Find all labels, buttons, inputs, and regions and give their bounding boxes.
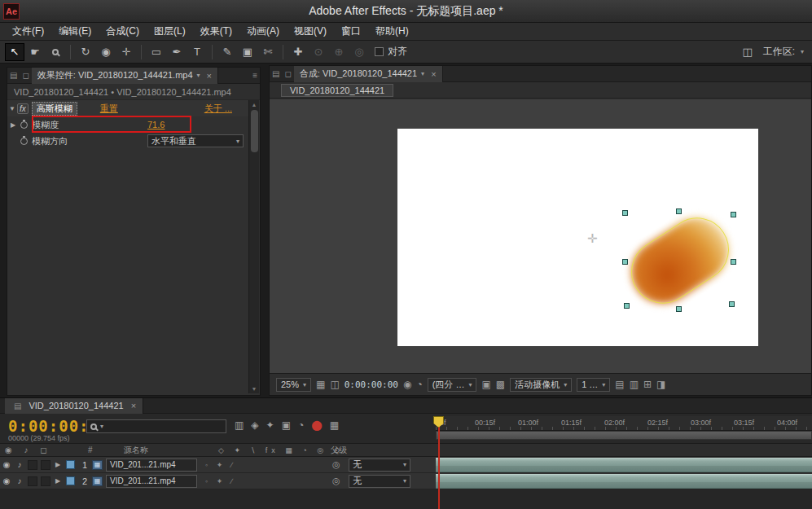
live-update-icon[interactable]: ⬤ <box>311 419 322 431</box>
layer-row-2[interactable]: ◉ ♪ ▶ 2 ▦ VID_201...21.mp4 ◦ ✦ ∕ ◎ 无 ▾ <box>0 473 812 489</box>
menu-view[interactable]: 视图(V) <box>287 24 334 38</box>
hand-tool-icon[interactable]: ☛ <box>25 43 45 61</box>
time-ruler[interactable]: 0f 00:15f 01:00f 01:15f 02:00f 02:15f 03… <box>436 416 812 431</box>
selection-tool-icon[interactable]: ↖ <box>5 43 24 61</box>
selection-handle-br[interactable] <box>729 301 735 307</box>
parent-pickwhip-icon[interactable]: ◎ <box>332 476 340 486</box>
effect-row[interactable]: ▼ fx 高斯模糊 重置 关于 ... <box>7 100 260 116</box>
menu-window[interactable]: 窗口 <box>334 24 368 38</box>
menu-animation[interactable]: 动画(A) <box>239 24 287 38</box>
solo-toggle[interactable] <box>28 460 37 470</box>
expander-triangle-icon[interactable]: ▶ <box>52 461 64 468</box>
snap-checkbox[interactable] <box>375 47 384 56</box>
viewer-tab[interactable]: VID_20180120_144421 <box>281 84 393 97</box>
region-of-interest-icon[interactable]: ▣ <box>481 379 490 390</box>
close-icon[interactable]: × <box>207 71 212 81</box>
workspace-icon[interactable]: ◫ <box>738 43 757 61</box>
workspace-label[interactable]: 工作区: <box>763 45 795 59</box>
parent-pickwhip-icon[interactable]: ◎ <box>332 459 340 470</box>
param-row-blurriness[interactable]: ▶ 模糊度 71.6 <box>7 116 260 133</box>
param-blur-value[interactable]: 71.6 <box>147 120 165 129</box>
fast-preview-icon[interactable]: ▥ <box>630 379 639 390</box>
eraser-tool-icon[interactable]: ✄ <box>258 43 278 61</box>
layer-duration-bar[interactable] <box>436 458 812 472</box>
brush-tool-icon[interactable]: ✎ <box>217 43 237 61</box>
blur-direction-select[interactable]: 水平和垂直 ▾ <box>147 134 244 147</box>
transparency-grid-icon[interactable]: ▩ <box>496 379 505 390</box>
mask-outline[interactable] <box>619 205 741 315</box>
parent-column-header[interactable]: 父级 <box>331 445 347 456</box>
selection-handle-ml[interactable] <box>622 259 628 265</box>
puppet-overlap-tool-icon[interactable]: ⊕ <box>329 43 349 61</box>
menu-file[interactable]: 文件(F) <box>5 24 51 38</box>
layer-duration-bar[interactable] <box>436 474 812 489</box>
selection-handle-bm[interactable] <box>676 306 682 312</box>
panel-menu-icon[interactable]: ≡ <box>252 71 257 80</box>
solo-toggle[interactable] <box>28 476 37 486</box>
selection-handle-tm[interactable] <box>676 208 682 214</box>
composition-tab[interactable]: 合成: VID_20180120_144421 ▾ × <box>294 66 443 82</box>
close-icon[interactable]: × <box>131 401 136 410</box>
frame-blend-icon[interactable]: ▣ <box>282 419 291 431</box>
selection-handle-tl[interactable] <box>622 210 628 216</box>
layer-name[interactable]: VID_201...21.mp4 <box>106 459 197 472</box>
lock-toggle[interactable] <box>41 476 50 486</box>
menu-layer[interactable]: 图层(L) <box>147 24 193 38</box>
pan-behind-tool-icon[interactable]: ✛ <box>116 43 136 61</box>
pixel-aspect-icon[interactable]: ▤ <box>615 379 624 390</box>
expander-triangle-icon[interactable]: ▶ <box>52 477 64 485</box>
composition-mini-flowchart-icon[interactable]: ▥ <box>235 419 244 431</box>
mask-visibility-icon[interactable]: ◫ <box>330 379 339 390</box>
source-name-column-header[interactable]: 源名称 <box>124 445 148 456</box>
grid-guides-icon[interactable]: ▦ <box>316 379 325 390</box>
timeline-tab[interactable]: ▤ VID_20180120_144421 × <box>5 398 143 414</box>
param-row-direction[interactable]: 模糊方向 水平和垂直 ▾ <box>7 133 260 149</box>
current-time-indicator-line[interactable] <box>438 416 440 509</box>
timeline-button-icon[interactable]: ⊞ <box>643 379 652 390</box>
camera-select[interactable]: 活动摄像机 ▾ <box>510 378 572 392</box>
parent-select[interactable]: 无 ▾ <box>349 475 410 488</box>
pen-tool-icon[interactable]: ✒ <box>167 43 187 61</box>
zoom-tool-icon[interactable] <box>46 43 65 61</box>
work-area-bar[interactable] <box>436 431 812 440</box>
expander-triangle-icon[interactable]: ▶ <box>7 121 19 129</box>
composition-viewer[interactable]: ✛ <box>270 99 811 373</box>
search-input[interactable]: ▾ <box>86 419 226 433</box>
snapshot-icon[interactable]: ◉ <box>403 379 411 390</box>
puppet-starch-tool-icon[interactable]: ◎ <box>349 43 369 61</box>
layer-row-1[interactable]: ◉ ♪ ▶ 1 ▦ VID_201...21.mp4 ◦ ✦ ∕ ◎ 无 ▾ <box>0 457 812 473</box>
selection-handle-tr[interactable] <box>731 212 736 217</box>
layer-switches[interactable]: ◦ ✦ ∕ <box>205 477 235 485</box>
composition-canvas[interactable]: ✛ <box>397 129 758 346</box>
menu-effect[interactable]: 效果(T) <box>193 24 239 38</box>
scroll-down-icon[interactable]: ▼ <box>249 386 259 392</box>
audio-icon[interactable]: ♪ <box>13 460 26 469</box>
eye-icon[interactable]: ◉ <box>0 476 13 485</box>
scrollbar[interactable]: ▲ ▼ <box>248 100 259 393</box>
view-layout-select[interactable]: 1 … ▾ <box>577 378 610 392</box>
selection-handle-mr[interactable] <box>731 259 736 265</box>
shape-tool-icon[interactable]: ▭ <box>147 43 166 61</box>
effect-controls-tab[interactable]: 效果控件: VID_20180120_144421.mp4 ▾ × <box>32 68 218 84</box>
selected-layer-shape[interactable] <box>625 213 739 310</box>
stopwatch-icon[interactable] <box>20 138 28 145</box>
menu-edit[interactable]: 编辑(E) <box>51 24 99 38</box>
audio-icon[interactable]: ♪ <box>13 476 26 485</box>
selection-handle-bl[interactable] <box>624 303 630 309</box>
flowchart-button-icon[interactable]: ◨ <box>656 379 665 390</box>
collapse-triangle-icon[interactable]: ▼ <box>7 105 17 112</box>
menu-help[interactable]: 帮助(H) <box>368 24 416 38</box>
scrollbar-thumb[interactable] <box>251 110 258 152</box>
reset-link[interactable]: 重置 <box>100 103 118 115</box>
graph-editor-icon[interactable]: ▦ <box>330 419 339 431</box>
text-tool-icon[interactable]: T <box>187 43 207 61</box>
clone-stamp-tool-icon[interactable]: ▣ <box>238 43 257 61</box>
camera-tool-icon[interactable]: ◉ <box>96 43 116 61</box>
lock-icon[interactable]: ◻ <box>22 71 29 80</box>
menu-composition[interactable]: 合成(C) <box>99 24 147 38</box>
hide-shy-layers-icon[interactable]: ✦ <box>266 419 274 431</box>
label-color-chip[interactable] <box>66 476 75 485</box>
about-link[interactable]: 关于 ... <box>204 103 232 115</box>
lock-toggle[interactable] <box>41 460 50 470</box>
rotation-tool-icon[interactable]: ↻ <box>76 43 95 61</box>
